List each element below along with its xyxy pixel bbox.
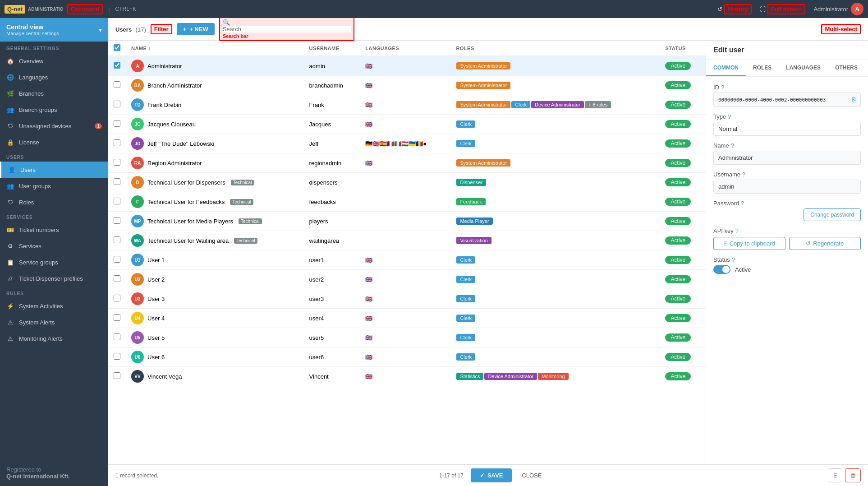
row-checkbox[interactable] xyxy=(114,256,120,263)
tab-others[interactable]: OTHERS xyxy=(828,60,865,76)
row-checkbox[interactable] xyxy=(114,236,120,243)
tab-roles[interactable]: ROLES xyxy=(746,60,779,76)
status-toggle-switch[interactable] xyxy=(713,265,730,274)
table-row[interactable]: FDFrank DrebinFrank🇬🇧System Administrato… xyxy=(108,95,706,115)
sidebar-item-roles[interactable]: 🛡 Roles xyxy=(0,194,108,210)
fullscreen-button[interactable]: ⛶ Full screen xyxy=(760,4,806,14)
table-row[interactable]: VVVincent VegaVincent🇬🇧StatisticsDevice … xyxy=(108,367,706,386)
search-input[interactable] xyxy=(223,26,351,32)
select-all-checkbox[interactable] xyxy=(114,44,120,51)
close-button[interactable]: CLOSE xyxy=(515,468,548,482)
table-row[interactable]: AAdministratoradmin🇬🇧System Administrato… xyxy=(108,56,706,76)
sidebar-item-unassigned-devices[interactable]: 🛡 Unassigned devices 1 xyxy=(0,118,108,134)
history-button[interactable]: ↺ History xyxy=(717,4,752,14)
services-icon: ⚙ xyxy=(6,242,14,250)
table-row[interactable]: U1User 1user1🇬🇧ClerkActive xyxy=(108,250,706,270)
sidebar-item-monitoring-alerts[interactable]: ⚠ Monitoring Alerts xyxy=(0,330,108,347)
avatar: U1 xyxy=(131,254,144,266)
sidebar-item-branch-groups[interactable]: 👥 Branch groups xyxy=(0,102,108,118)
table-row[interactable]: FTechnical User for FeedbacksTechnicalfe… xyxy=(108,192,706,212)
user-name: Technical User for Waiting area xyxy=(147,237,229,244)
duplicate-button[interactable]: ⎘ xyxy=(829,468,842,482)
admin-label: ADMINISTRATIO xyxy=(28,7,64,12)
row-checkbox[interactable] xyxy=(114,139,120,146)
id-copy-icon[interactable]: ⎘ xyxy=(852,96,856,103)
table-row[interactable]: DTechnical User for DispensersTechnicald… xyxy=(108,173,706,192)
table-row[interactable]: U4User 4user4🇬🇧ClerkActive xyxy=(108,309,706,328)
sidebar-item-ticket-numbers[interactable]: 🎫 Ticket numbers xyxy=(0,222,108,238)
api-key-help-icon[interactable]: ? xyxy=(735,227,739,234)
row-checkbox[interactable] xyxy=(114,81,120,88)
delete-button[interactable]: 🗑 xyxy=(845,468,861,482)
sidebar-item-overview[interactable]: 🏠 Overview xyxy=(0,53,108,69)
user-name: Technical User for Feedbacks xyxy=(147,199,225,205)
user-name: User 6 xyxy=(147,354,165,361)
main-layout: Central view Manage central settings ▾ G… xyxy=(0,18,868,486)
password-help-icon[interactable]: ? xyxy=(741,200,744,207)
user-name: User 3 xyxy=(147,296,165,302)
command-button[interactable]: Command xyxy=(67,4,103,14)
table-row[interactable]: U5User 5user5🇬🇧ClerkActive xyxy=(108,328,706,347)
copy-icon: ⎘ xyxy=(724,240,727,247)
table-row[interactable]: RARegion Administratorregionadmin🇬🇧Syste… xyxy=(108,153,706,173)
username-help-icon[interactable]: ? xyxy=(742,171,745,178)
user-name: User 2 xyxy=(147,276,165,283)
username-input[interactable] xyxy=(713,180,861,194)
sidebar-item-user-groups[interactable]: 👥 User groups xyxy=(0,178,108,194)
name-input[interactable] xyxy=(713,151,861,165)
sidebar-item-service-groups[interactable]: 📋 Service groups xyxy=(0,254,108,270)
sidebar-item-users[interactable]: 👤 Users xyxy=(0,162,108,178)
role-badge: System Administrator xyxy=(456,159,510,167)
copy-to-clipboard-button[interactable]: ⎘ Copy to clipboard xyxy=(713,237,785,250)
table-row[interactable]: U2User 2user2🇬🇧ClerkActive xyxy=(108,270,706,289)
row-checkbox[interactable] xyxy=(114,159,120,166)
row-checkbox[interactable] xyxy=(114,101,120,107)
technical-badge: Technical xyxy=(239,218,262,224)
multiselect-button[interactable]: Multi-select xyxy=(821,24,861,34)
regenerate-button[interactable]: ↺ Regenerate xyxy=(789,237,861,250)
row-checkbox[interactable] xyxy=(114,295,120,301)
languages-cell: 🇩🇪🇬🇧🇪🇸🇫🇷🇮🇹🇭🇺🇺🇦🇷🇴● xyxy=(360,134,450,153)
sidebar-item-branches[interactable]: 🌿 Branches xyxy=(0,85,108,102)
row-checkbox[interactable] xyxy=(114,372,120,379)
row-checkbox[interactable] xyxy=(114,217,120,224)
tab-common[interactable]: COMMON xyxy=(706,60,746,76)
sidebar-item-dispenser-profiles[interactable]: 🖨 Ticket Dispenser profiles xyxy=(0,270,108,287)
sidebar-item-system-alerts[interactable]: ⚠ System Alerts xyxy=(0,314,108,330)
table-row[interactable]: MPTechnical User for Media PlayersTechni… xyxy=(108,212,706,231)
row-checkbox[interactable] xyxy=(114,333,120,340)
sidebar-item-languages[interactable]: 🌐 Languages xyxy=(0,69,108,85)
row-checkbox[interactable] xyxy=(114,120,120,127)
table-row[interactable]: U6User 6user6🇬🇧ClerkActive xyxy=(108,347,706,367)
status-help-icon[interactable]: ? xyxy=(732,256,735,263)
save-button[interactable]: ✓ SAVE xyxy=(471,468,512,482)
sidebar-item-services[interactable]: ⚙ Services xyxy=(0,238,108,254)
type-help-icon[interactable]: ? xyxy=(728,113,731,120)
row-checkbox[interactable] xyxy=(114,198,120,204)
edit-panel-title: Edit user xyxy=(713,46,744,54)
table-row[interactable]: U3User 3user3🇬🇧ClerkActive xyxy=(108,289,706,309)
table-row[interactable]: JCJacques ClouseauJacques🇬🇧ClerkActive xyxy=(108,115,706,134)
change-password-button[interactable]: Change password xyxy=(804,208,861,221)
table-row[interactable]: WATechnical User for Waiting areaTechnic… xyxy=(108,231,706,250)
ticket-icon: 🎫 xyxy=(6,226,14,234)
row-checkbox[interactable] xyxy=(114,275,120,282)
sidebar-item-license[interactable]: 🔒 License xyxy=(0,134,108,150)
row-checkbox[interactable] xyxy=(114,353,120,360)
table-row[interactable]: JDJeff "The Dude" LebowskiJeff🇩🇪🇬🇧🇪🇸🇫🇷🇮🇹… xyxy=(108,134,706,153)
sidebar-header[interactable]: Central view Manage central settings ▾ xyxy=(0,18,108,42)
duplicate-icon: ⎘ xyxy=(834,472,837,479)
username-cell: user4 xyxy=(304,309,360,328)
row-checkbox[interactable] xyxy=(114,178,120,185)
type-select[interactable]: Normal xyxy=(713,122,861,136)
sidebar-item-system-activities[interactable]: ⚡ System Activities xyxy=(0,298,108,314)
section-services: SERVICES xyxy=(0,210,108,222)
name-help-icon[interactable]: ? xyxy=(731,142,734,149)
table-row[interactable]: BABranch Administratorbranchadmin🇬🇧Syste… xyxy=(108,76,706,95)
filter-button[interactable]: Filter xyxy=(151,24,172,34)
tab-languages[interactable]: LANGUAGES xyxy=(779,60,828,76)
row-checkbox[interactable] xyxy=(114,62,120,69)
row-checkbox[interactable] xyxy=(114,314,120,321)
new-button[interactable]: + + NEW xyxy=(177,23,215,35)
id-help-icon[interactable]: ? xyxy=(721,84,724,91)
